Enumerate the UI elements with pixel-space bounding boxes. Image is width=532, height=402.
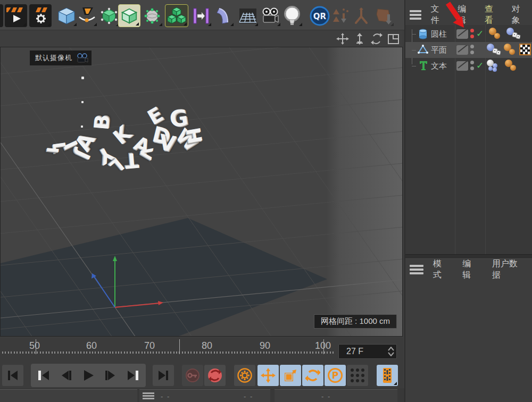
object-label[interactable]: 文本: [431, 61, 447, 71]
key-parameter-button[interactable]: P: [325, 365, 346, 386]
autokey-button[interactable]: [204, 365, 226, 386]
motion-align-button[interactable]: [190, 4, 212, 27]
editor-visibility-dot[interactable]: [470, 45, 474, 48]
ruler-tick: [31, 351, 32, 354]
key-pla-button[interactable]: [347, 365, 368, 386]
menu-user-data[interactable]: 用户数据: [486, 258, 532, 281]
timeline-ruler[interactable]: 5060708090100 27 F: [0, 338, 403, 364]
timeline-window-button[interactable]: [377, 365, 398, 386]
menu-edit[interactable]: 编辑: [451, 4, 478, 26]
rotation-icon: [305, 368, 320, 383]
flyout-triangle: [299, 23, 302, 26]
bend-deformer-button[interactable]: [212, 4, 235, 27]
cloner-active-button[interactable]: [165, 4, 188, 27]
render-settings-button[interactable]: [29, 4, 52, 27]
current-frame-field[interactable]: 27 F: [338, 344, 397, 359]
camera-label[interactable]: 默认摄像机: [30, 51, 92, 65]
pan-icon[interactable]: [336, 33, 349, 45]
render-visibility-dot[interactable]: [470, 51, 474, 54]
menu-view[interactable]: 查看: [478, 4, 505, 26]
qr-plugin-button[interactable]: QR: [309, 4, 331, 27]
frame-spinner[interactable]: [386, 345, 396, 358]
ruler-tick: [162, 351, 163, 354]
spinner-up-icon[interactable]: [388, 347, 394, 351]
frame-value[interactable]: 27 F: [339, 347, 386, 356]
goto-start-button[interactable]: [2, 365, 23, 386]
mograph-disabled-button[interactable]: [331, 4, 351, 27]
ruler-number-80: 80: [202, 340, 212, 351]
zoom-icon[interactable]: [353, 33, 366, 45]
ruler-tick: [222, 351, 223, 354]
spinner-down-icon[interactable]: [388, 352, 394, 356]
goto-end-button[interactable]: [153, 365, 174, 386]
ruler-tick: [318, 351, 319, 354]
panel-menu-icon[interactable]: [143, 392, 154, 399]
maximize-view-icon[interactable]: [387, 33, 400, 45]
editor-visibility-dot[interactable]: [470, 61, 474, 64]
enable-toggle[interactable]: [456, 61, 468, 71]
menu-edit-2[interactable]: 编辑: [456, 258, 486, 281]
menu-file[interactable]: 文件: [425, 4, 452, 26]
joint-disabled-button[interactable]: [351, 4, 371, 27]
prev-key-button[interactable]: [33, 365, 54, 386]
spline-pen-button[interactable]: [76, 4, 98, 27]
object-row-text[interactable]: 文本 ✓: [405, 58, 532, 74]
bottom-panel-left: [0, 389, 137, 402]
generator-check-icon[interactable]: ✓: [476, 28, 484, 39]
rotate-icon[interactable]: [370, 33, 383, 45]
object-row-cylinder[interactable]: 圆柱 ✓: [405, 26, 532, 42]
ruler-number-70: 70: [144, 340, 155, 351]
key-scale-button[interactable]: [280, 365, 301, 386]
next-frame-button[interactable]: [100, 365, 121, 386]
add-cube-button[interactable]: [55, 4, 78, 27]
coord-placeholder: - -: [244, 392, 253, 400]
phong-tag[interactable]: [504, 60, 517, 72]
prev-frame-button[interactable]: [55, 365, 77, 386]
camera-button[interactable]: [259, 4, 281, 27]
editor-visibility-dot[interactable]: [470, 29, 474, 32]
key-position-button[interactable]: [257, 365, 279, 386]
generator-check-icon[interactable]: ✓: [476, 60, 484, 71]
light-button[interactable]: [281, 4, 303, 27]
ruler-tick: [205, 351, 206, 354]
tree-branch: [412, 66, 416, 66]
render-visibility-dot[interactable]: [470, 66, 474, 70]
ruler-tick: [127, 351, 128, 354]
phong-tag[interactable]: [504, 44, 517, 56]
camera-badge-icon: [76, 53, 88, 63]
dynamics-body-tag[interactable]: [487, 44, 500, 56]
cloth-disabled-button[interactable]: [372, 4, 395, 27]
render-visibility-dot[interactable]: [470, 35, 474, 38]
enable-toggle[interactable]: [456, 45, 468, 55]
next-key-button[interactable]: [122, 365, 144, 386]
enable-toggle[interactable]: [456, 29, 468, 39]
ruler-number-100: 100: [315, 340, 331, 351]
ruler-tick: [243, 351, 244, 354]
subdivision-surface-button[interactable]: [98, 4, 120, 27]
viewport-canvas[interactable]: EGBKDAILAVWHJYTLIV 默认摄像机 网格间距 : 1000 cm: [0, 47, 403, 337]
object-label[interactable]: 平面: [431, 45, 447, 55]
attribute-menu-icon[interactable]: [410, 265, 423, 274]
dynamics-body-tag[interactable]: [506, 28, 519, 40]
render-view-button[interactable]: [5, 4, 27, 27]
phong-tag[interactable]: [489, 28, 502, 40]
ruler-tick: [92, 351, 93, 354]
key-rotation-button[interactable]: [302, 365, 323, 386]
keying-settings-button[interactable]: [234, 365, 255, 386]
floor-environment-button[interactable]: [237, 4, 259, 27]
menu-object[interactable]: 对象: [505, 4, 532, 26]
ruler-tick: [130, 351, 131, 354]
deform-sphere-button[interactable]: [141, 4, 163, 27]
object-row-plane[interactable]: 平面: [405, 42, 532, 58]
ruler-tick: [72, 351, 73, 354]
ruler-tick: [234, 351, 235, 354]
object-label[interactable]: 圆柱: [431, 29, 447, 39]
record-key-button[interactable]: [182, 365, 203, 386]
generator-active-button[interactable]: [118, 4, 140, 27]
menu-mode[interactable]: 模式: [427, 258, 456, 281]
ruler-tick: [240, 351, 241, 354]
texture-tag-selected[interactable]: [519, 44, 532, 56]
play-button[interactable]: [78, 365, 99, 386]
object-manager-menu-icon[interactable]: [410, 10, 421, 20]
simulation-tag[interactable]: [487, 60, 500, 72]
